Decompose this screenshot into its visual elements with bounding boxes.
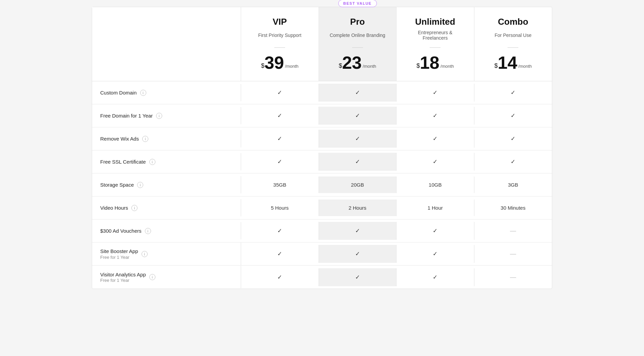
feature-row-3: Free SSL Certificatei✓✓✓✓ <box>92 150 552 173</box>
info-icon-1[interactable]: i <box>156 113 162 119</box>
best-value-badge: BEST VALUE <box>338 0 377 7</box>
price-dollar-pro: $ <box>339 62 342 69</box>
feature-row-8: Visitor Analytics AppFree for 1 Yeari✓✓✓… <box>92 266 552 289</box>
feature-value-1-unlimited: ✓ <box>396 107 474 125</box>
info-icon-2[interactable]: i <box>142 136 148 142</box>
plan-name-vip: VIP <box>248 17 312 27</box>
plan-header-pro: BEST VALUEProComplete Online Branding$23… <box>319 7 397 81</box>
info-icon-5[interactable]: i <box>131 205 137 211</box>
checkmark-icon: ✓ <box>277 274 282 280</box>
feature-sub-7: Free for 1 Year <box>100 255 138 260</box>
feature-value-1-combo: ✓ <box>474 107 552 125</box>
feature-value-4-combo: 3GB <box>474 176 552 193</box>
plan-header-vip: VIPFirst Priority Support$39/month <box>241 7 319 81</box>
feature-value-2-vip: ✓ <box>241 130 319 148</box>
feature-value-3-vip: ✓ <box>241 153 319 171</box>
plan-name-combo: Combo <box>481 17 545 27</box>
feature-value-1-vip: ✓ <box>241 107 319 125</box>
feature-name-1: Free Domain for 1 Year <box>100 112 153 119</box>
dash-icon: — <box>510 227 516 234</box>
info-icon-0[interactable]: i <box>140 90 146 96</box>
feature-name-8: Visitor Analytics App <box>100 271 146 278</box>
price-amount-combo: 14 <box>498 54 517 71</box>
info-icon-7[interactable]: i <box>142 251 148 257</box>
feature-label-cell-3: Free SSL Certificatei <box>92 153 241 171</box>
checkmark-icon: ✓ <box>277 251 282 257</box>
price-dollar-vip: $ <box>261 62 264 69</box>
checkmark-icon: ✓ <box>277 89 282 96</box>
price-period-unlimited: /month <box>441 64 454 69</box>
checkmark-icon: ✓ <box>433 251 437 257</box>
feature-label-cell-1: Free Domain for 1 Yeari <box>92 107 241 125</box>
feature-value-2-unlimited: ✓ <box>396 130 474 148</box>
plan-name-pro: Pro <box>326 17 390 27</box>
feature-name-0: Custom Domain <box>100 89 137 96</box>
feature-value-3-combo: ✓ <box>474 153 552 171</box>
feature-rows-container: Custom Domaini✓✓✓✓Free Domain for 1 Year… <box>92 81 552 289</box>
info-icon-4[interactable]: i <box>137 182 143 188</box>
feature-value-3-unlimited: ✓ <box>396 153 474 171</box>
price-period-pro: /month <box>363 64 376 69</box>
plan-subtitle-combo: For Personal Use <box>481 29 545 41</box>
feature-value-0-vip: ✓ <box>241 84 319 102</box>
price-block-pro: $23/month <box>326 54 390 71</box>
feature-value-7-unlimited: ✓ <box>396 245 474 263</box>
dash-icon: — <box>510 250 516 257</box>
feature-value-1-pro: ✓ <box>319 107 397 125</box>
feature-row-4: Storage Spacei35GB20GB10GB3GB <box>92 173 552 196</box>
checkmark-icon: ✓ <box>511 112 515 119</box>
price-amount-unlimited: 18 <box>420 54 439 71</box>
price-period-vip: /month <box>285 64 299 69</box>
feature-value-8-unlimited: ✓ <box>396 268 474 286</box>
price-amount-pro: 23 <box>342 54 362 71</box>
price-dollar-unlimited: $ <box>416 62 420 69</box>
feature-value-8-combo: — <box>474 268 552 286</box>
checkmark-icon: ✓ <box>433 112 437 119</box>
checkmark-icon: ✓ <box>433 159 437 165</box>
feature-row-2: Remove Wix Adsi✓✓✓✓ <box>92 127 552 150</box>
feature-label-cell-2: Remove Wix Adsi <box>92 130 241 148</box>
feature-name-7: Site Booster App <box>100 248 138 255</box>
feature-value-6-combo: — <box>474 222 552 240</box>
feature-row-6: $300 Ad Vouchersi✓✓✓— <box>92 219 552 243</box>
feature-label-header <box>92 7 241 81</box>
info-icon-6[interactable]: i <box>145 228 151 234</box>
plan-divider-vip <box>274 47 285 48</box>
feature-value-2-combo: ✓ <box>474 130 552 148</box>
feature-value-7-combo: — <box>474 245 552 263</box>
info-icon-3[interactable]: i <box>149 159 155 165</box>
feature-row-0: Custom Domaini✓✓✓✓ <box>92 81 552 104</box>
price-period-combo: /month <box>518 64 532 69</box>
feature-value-6-vip: ✓ <box>241 222 319 240</box>
feature-row-7: Site Booster AppFree for 1 Yeari✓✓✓— <box>92 243 552 266</box>
checkmark-icon: ✓ <box>277 135 282 142</box>
feature-value-2-pro: ✓ <box>319 130 397 148</box>
price-dollar-combo: $ <box>494 62 498 69</box>
checkmark-icon: ✓ <box>355 251 360 257</box>
header-row: VIPFirst Priority Support$39/monthBEST V… <box>92 7 552 81</box>
price-block-vip: $39/month <box>248 54 312 71</box>
feature-name-2: Remove Wix Ads <box>100 135 139 142</box>
plan-header-unlimited: UnlimitedEntrepreneurs &Freelancers$18/m… <box>396 7 474 81</box>
pricing-table: VIPFirst Priority Support$39/monthBEST V… <box>92 7 552 289</box>
checkmark-icon: ✓ <box>511 135 515 142</box>
price-block-unlimited: $18/month <box>403 54 467 71</box>
feature-label-cell-6: $300 Ad Vouchersi <box>92 222 241 240</box>
plan-name-unlimited: Unlimited <box>403 17 467 27</box>
price-amount-vip: 39 <box>264 54 284 71</box>
feature-value-0-pro: ✓ <box>319 84 397 102</box>
checkmark-icon: ✓ <box>277 112 282 119</box>
checkmark-icon: ✓ <box>277 159 282 165</box>
feature-value-5-pro: 2 Hours <box>319 200 397 216</box>
feature-label-cell-0: Custom Domaini <box>92 84 241 102</box>
checkmark-icon: ✓ <box>433 135 437 142</box>
price-block-combo: $14/month <box>481 54 545 71</box>
plan-subtitle-vip: First Priority Support <box>248 29 312 41</box>
checkmark-icon: ✓ <box>355 135 360 142</box>
feature-value-6-pro: ✓ <box>319 222 397 240</box>
feature-value-4-vip: 35GB <box>241 176 319 193</box>
plan-divider-unlimited <box>430 47 441 48</box>
feature-value-0-combo: ✓ <box>474 84 552 102</box>
info-icon-8[interactable]: i <box>149 274 155 280</box>
feature-label-cell-5: Video Hoursi <box>92 199 241 217</box>
